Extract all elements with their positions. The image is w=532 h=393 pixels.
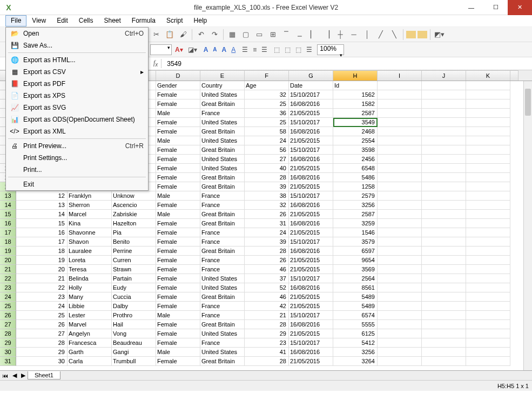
cell[interactable]: 3569 (333, 265, 378, 274)
menu-item-print-[interactable]: Print... (6, 164, 148, 176)
cell[interactable]: France (200, 191, 245, 201)
cell[interactable] (378, 357, 422, 366)
cell[interactable]: 2587 (333, 109, 378, 118)
cell[interactable]: Shavonne (68, 228, 112, 237)
cell[interactable]: Male (156, 210, 200, 219)
cell[interactable] (422, 292, 466, 302)
cell[interactable] (466, 191, 510, 201)
border-hinner-icon[interactable]: ─ (348, 29, 360, 41)
cell[interactable]: 31 (245, 219, 289, 228)
formula-value[interactable]: 3549 (161, 60, 181, 68)
cell[interactable]: 28 (245, 173, 289, 182)
cell[interactable] (422, 348, 466, 357)
cell[interactable] (378, 274, 422, 283)
cell[interactable]: 3579 (333, 237, 378, 247)
cell[interactable]: 37 (245, 274, 289, 283)
cell[interactable]: 16/08/2016 (289, 348, 333, 357)
cell[interactable]: 21/05/2015 (289, 164, 333, 173)
vertical-scrollbar[interactable] (523, 81, 532, 370)
cell[interactable] (378, 320, 422, 329)
cell[interactable]: 23 (245, 338, 289, 348)
cell[interactable]: Female (156, 338, 200, 348)
cell[interactable]: Kina (68, 219, 112, 228)
cell[interactable]: 46 (245, 292, 289, 302)
cell[interactable]: Dalby (112, 302, 156, 311)
cell[interactable] (422, 283, 466, 292)
cell[interactable] (422, 145, 466, 155)
cell[interactable]: France (200, 265, 245, 274)
cell[interactable]: 16 (16, 228, 68, 237)
cell[interactable]: 21/05/2015 (289, 357, 333, 366)
cell[interactable]: United States (200, 329, 245, 338)
cell[interactable]: France (200, 237, 245, 247)
cell[interactable]: 3256 (333, 348, 378, 357)
cell[interactable]: Female (156, 274, 200, 283)
cell[interactable]: Female (156, 90, 200, 99)
cell[interactable]: United States (200, 118, 245, 127)
cell[interactable] (378, 90, 422, 99)
close-button[interactable]: ✕ (508, 0, 532, 15)
cell[interactable] (466, 90, 510, 99)
maximize-button[interactable]: ☐ (483, 0, 508, 15)
cell[interactable]: Great Britain (200, 210, 245, 219)
merge3-icon[interactable]: ⬚ (294, 44, 303, 56)
cell[interactable]: Eudy (112, 283, 156, 292)
align-center-icon[interactable]: ≡ (251, 44, 258, 56)
menu-edit[interactable]: Edit (51, 15, 73, 26)
cell[interactable]: Lauralee (68, 247, 112, 256)
cell[interactable] (378, 311, 422, 320)
col-header-H[interactable]: H (333, 70, 378, 81)
cell[interactable] (378, 292, 422, 302)
cell[interactable]: Great Britain (200, 219, 245, 228)
cell[interactable]: 1562 (333, 90, 378, 99)
row-header[interactable]: 27 (0, 320, 16, 329)
row-header[interactable]: 29 (0, 338, 16, 348)
cell[interactable]: United States (200, 164, 245, 173)
cell[interactable]: 29 (16, 348, 68, 357)
cell[interactable]: Great Britain (200, 357, 245, 366)
cell[interactable]: 15/10/2017 (289, 90, 333, 99)
cell[interactable]: 15 (16, 219, 68, 228)
font-size-select[interactable] (150, 44, 172, 55)
redo-icon[interactable]: ↷ (208, 29, 220, 41)
cell[interactable]: Angelyn (68, 329, 112, 338)
border-grid-icon[interactable]: ⊞ (267, 29, 279, 41)
cell[interactable]: 26 (245, 256, 289, 265)
cell[interactable] (422, 357, 466, 366)
cell[interactable]: 16/08/2016 (289, 173, 333, 182)
align-left-icon[interactable]: ☰ (240, 44, 250, 56)
cell[interactable]: Great Britain (200, 145, 245, 155)
cell[interactable] (422, 99, 466, 109)
menu-item-export-as-ods-opendocument-sheet-[interactable]: 📊Export as ODS(OpenDocument Sheet) (6, 114, 148, 125)
cell[interactable]: Benito (112, 237, 156, 247)
cell[interactable]: 21/05/2015 (289, 109, 333, 118)
row-header[interactable]: 30 (0, 348, 16, 357)
cell[interactable]: 32 (245, 90, 289, 99)
col-header-corner[interactable] (510, 70, 518, 81)
cell[interactable]: United States (200, 90, 245, 99)
cell[interactable]: Female (156, 329, 200, 338)
cell[interactable]: 3549 (333, 118, 378, 127)
cell[interactable] (422, 118, 466, 127)
cell[interactable]: 21/05/2015 (289, 136, 333, 145)
cell[interactable]: 5486 (333, 173, 378, 182)
cell[interactable]: Beaudreau (112, 338, 156, 348)
cell[interactable] (466, 219, 510, 228)
cell[interactable]: France (200, 201, 245, 210)
cell[interactable]: France (200, 228, 245, 237)
cell[interactable]: Great Britain (200, 127, 245, 136)
cell[interactable]: Female (156, 145, 200, 155)
cell[interactable] (378, 247, 422, 256)
cell[interactable]: 21 (245, 311, 289, 320)
cell[interactable] (466, 338, 510, 348)
cell[interactable] (378, 182, 422, 191)
cell[interactable] (466, 201, 510, 210)
cell[interactable]: Female (156, 292, 200, 302)
cell[interactable]: United States (200, 155, 245, 164)
cell[interactable] (422, 228, 466, 237)
cell[interactable]: 3256 (333, 201, 378, 210)
cell[interactable] (466, 265, 510, 274)
cell[interactable]: United States (200, 136, 245, 145)
row-header[interactable]: 23 (0, 283, 16, 292)
cell[interactable]: 2554 (333, 136, 378, 145)
